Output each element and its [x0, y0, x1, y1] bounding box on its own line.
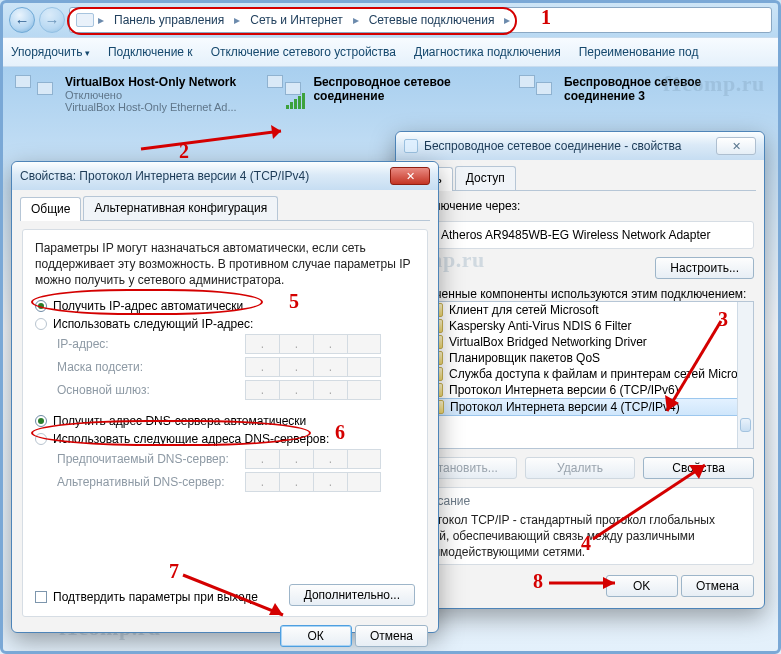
radio-icon [35, 415, 47, 427]
tabs: Сеть Доступ [404, 166, 756, 191]
list-item[interactable]: Kaspersky Anti-Virus NDIS 6 Filter [449, 319, 632, 333]
conn-name: Беспроводное сетевое соединение [313, 75, 507, 103]
label-ip: IP-адрес: [57, 337, 233, 351]
annotation-number-7: 7 [169, 561, 179, 581]
network-icon [15, 75, 57, 109]
crumb-net[interactable]: Сеть и Интернет [244, 11, 348, 29]
close-button[interactable]: ✕ [390, 167, 430, 185]
watermark: f1comp.ru [663, 73, 765, 95]
chevron-right-icon[interactable]: ▸ [351, 13, 361, 27]
radio-manual-ip[interactable]: Использовать следующий IP-адрес: [35, 317, 415, 331]
scroll-thumb[interactable] [740, 418, 751, 432]
label-dns2: Альтернативный DNS-сервер: [57, 475, 233, 489]
tabs: Общие Альтернативная конфигурация [20, 196, 430, 221]
annotation-number-6: 6 [335, 422, 345, 442]
components-label: Отмеченные компоненты используются этим … [406, 287, 754, 301]
crumb-panel[interactable]: Панель управления [108, 11, 230, 29]
ipv4-properties-window: Свойства: Протокол Интернета версии 4 (T… [11, 161, 439, 633]
chevron-right-icon[interactable]: ▸ [96, 13, 106, 27]
label-mask: Маска подсети: [57, 360, 233, 374]
annotation-oval-6 [31, 420, 311, 446]
tab-alt[interactable]: Альтернативная конфигурация [83, 196, 278, 220]
toolbar-rename[interactable]: Переименование под [579, 45, 699, 59]
adapter-name: Atheros AR9485WB-EG Wireless Network Ada… [441, 228, 710, 242]
dns2-field: ... [245, 472, 381, 492]
gw-field: ... [245, 380, 381, 400]
breadcrumb[interactable]: ▸ Панель управления ▸ Сеть и Интернет ▸ … [69, 7, 772, 33]
toolbar-organize[interactable]: Упорядочить [11, 45, 90, 59]
scrollbar[interactable] [737, 302, 753, 448]
wifi-icon [519, 75, 556, 109]
configure-button[interactable]: Настроить... [655, 257, 754, 279]
chevron-right-icon[interactable]: ▸ [502, 13, 512, 27]
description-text: Протокол TCP/IP - стандартный протокол г… [415, 512, 745, 561]
annotation-number-1: 1 [541, 7, 551, 27]
mask-field: ... [245, 357, 381, 377]
list-item[interactable]: Планировщик пакетов QoS [449, 351, 600, 365]
confirm-checkbox[interactable]: Подтвердить параметры при выходе [35, 590, 258, 604]
cancel-button[interactable]: Отмена [355, 625, 428, 647]
crumb-connections[interactable]: Сетевые подключения [363, 11, 501, 29]
connection-item[interactable]: Беспроводное сетевое соединение [267, 75, 507, 113]
radio-icon [35, 318, 47, 330]
label-dns1: Предпочитаемый DNS-сервер: [57, 452, 233, 466]
checkbox-icon [35, 591, 47, 603]
list-item[interactable]: Служба доступа к файлам и принтерам сете… [449, 367, 738, 381]
properties-button[interactable]: Свойства [643, 457, 754, 479]
description-heading: Описание [415, 494, 745, 508]
computer-icon [76, 13, 94, 27]
window-title: Свойства: Протокол Интернета версии 4 (T… [20, 169, 384, 183]
tab-general[interactable]: Общие [20, 197, 81, 221]
network-small-icon [404, 139, 418, 153]
conn-status: Отключено [65, 89, 237, 101]
window-title: Беспроводное сетевое соединение - свойст… [424, 139, 710, 153]
toolbar-connect[interactable]: Подключение к [108, 45, 193, 59]
annotation-number-2: 2 [179, 141, 189, 161]
wifi-icon [267, 75, 305, 109]
tab-access[interactable]: Доступ [455, 166, 516, 190]
conn-name: VirtualBox Host-Only Network [65, 75, 237, 89]
components-list[interactable]: ✓Клиент для сетей Microsoft ✓Kaspersky A… [406, 301, 754, 449]
annotation-number-4: 4 [581, 533, 591, 553]
ok-button[interactable]: OK [606, 575, 678, 597]
annotation-arrow-2 [131, 123, 311, 163]
connections-list: VirtualBox Host-Only Network Отключено V… [3, 67, 778, 121]
list-item[interactable]: Клиент для сетей Microsoft [449, 303, 599, 317]
close-button[interactable]: ✕ [716, 137, 756, 155]
connection-properties-window: Беспроводное сетевое соединение - свойст… [395, 131, 765, 609]
list-item[interactable]: Протокол Интернета версии 6 (TCP/IPv6) [449, 383, 679, 397]
forward-button[interactable]: → [39, 7, 65, 33]
explorer-toolbar: Упорядочить Подключение к Отключение сет… [3, 37, 778, 67]
annotation-number-3: 3 [718, 309, 728, 329]
ip-field: ... [245, 334, 381, 354]
annotation-number-5: 5 [289, 291, 299, 311]
remove-button[interactable]: Удалить [525, 457, 636, 479]
chevron-right-icon[interactable]: ▸ [232, 13, 242, 27]
dns1-field: ... [245, 449, 381, 469]
annotation-number-8: 8 [533, 571, 543, 591]
list-item[interactable]: VirtualBox Bridged Networking Driver [449, 335, 647, 349]
via-label: Подключение через: [406, 199, 754, 213]
cancel-button[interactable]: Отмена [681, 575, 754, 597]
toolbar-disable[interactable]: Отключение сетевого устройства [211, 45, 396, 59]
svg-marker-0 [271, 125, 281, 139]
advanced-button[interactable]: Дополнительно... [289, 584, 415, 606]
toolbar-diag[interactable]: Диагностика подключения [414, 45, 561, 59]
conn-driver: VirtualBox Host-Only Ethernet Ad... [65, 101, 237, 113]
explorer-navbar: ← → ▸ Панель управления ▸ Сеть и Интерне… [3, 3, 778, 37]
connection-item[interactable]: VirtualBox Host-Only Network Отключено V… [15, 75, 255, 113]
annotation-oval-5 [31, 289, 263, 315]
ok-button[interactable]: ОК [280, 625, 352, 647]
list-item-selected[interactable]: Протокол Интернета версии 4 (TCP/IPv4) [450, 400, 680, 414]
help-paragraph: Параметры IP могут назначаться автоматич… [35, 240, 415, 289]
label-gw: Основной шлюз: [57, 383, 233, 397]
back-button[interactable]: ← [9, 7, 35, 33]
